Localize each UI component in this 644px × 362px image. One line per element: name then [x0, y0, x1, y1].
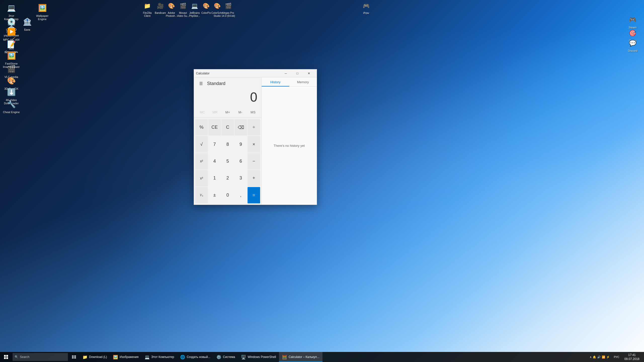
one-button[interactable]: 1	[208, 170, 221, 186]
photos-icon: 🖼️	[113, 355, 118, 359]
clock-date: 09.07.2018	[624, 357, 639, 361]
search-placeholder: Search	[20, 355, 29, 359]
sqrt-button[interactable]: √	[195, 136, 208, 152]
svg-rect-7	[74, 357, 76, 358]
svg-rect-1	[6, 355, 8, 357]
panel-tabs: History Memory	[262, 77, 317, 87]
language-label: РУС	[614, 355, 619, 358]
clear-entry-button[interactable]: CE	[208, 119, 221, 135]
explorer-icon: 📁	[83, 355, 88, 359]
taskbar-search[interactable]: 🔍 Search	[13, 353, 68, 361]
desktop-icon-cheat-engine[interactable]: 🔧 Cheat Engine	[1, 98, 21, 115]
memory-clear-button[interactable]: MC	[196, 108, 209, 117]
desktop-icon-vegas-pro[interactable]: 🎬 Vegas Pro14.0 (64-bit)	[219, 0, 238, 19]
seven-button[interactable]: 7	[208, 136, 221, 152]
two-button[interactable]: 2	[221, 170, 234, 186]
svg-rect-5	[74, 355, 76, 357]
taskbar-right: ∧ 🔔 🔊 📶 ⚡ РУС 17:41 09.07.2018	[588, 352, 644, 362]
app-label: Windows PowerShell	[248, 355, 276, 359]
task-view-button[interactable]	[68, 352, 79, 362]
five-button[interactable]: 5	[221, 153, 234, 169]
calculator-buttons: % CE C ⌫ ÷ √ 7 8 9 × x² 4 5 6 −	[194, 118, 261, 205]
taskbar-app-edge[interactable]: 🌐 Создать новый...	[177, 352, 213, 362]
calculator-display: 0	[194, 89, 261, 107]
app-label: Этот Компьютер	[151, 355, 174, 359]
svg-rect-3	[6, 357, 8, 359]
decimal-button[interactable]: ,	[234, 187, 247, 203]
calculator-main: ☰ Standard 0 MC MR M+ M- MS % CE	[194, 77, 261, 205]
calculator-header: ☰ Standard	[194, 77, 261, 89]
powershell-icon: 🖥️	[241, 355, 246, 359]
titlebar-controls: ─ □ ✕	[280, 69, 315, 77]
subtract-button[interactable]: −	[248, 153, 260, 169]
svg-rect-0	[4, 355, 6, 357]
calculator-titlebar: Calculator ─ □ ✕	[194, 69, 317, 77]
edge-icon: 🌐	[180, 355, 185, 359]
calculator-title: Calculator	[196, 72, 280, 75]
taskbar-app-calculator[interactable]: 🧮 Calculator – Калькул...	[279, 352, 322, 362]
taskbar-clock[interactable]: 17:41 09.07.2018	[621, 352, 642, 362]
equals-button[interactable]: =	[248, 187, 260, 203]
calculator-body: ☰ Standard 0 MC MR M+ M- MS % CE	[194, 77, 317, 205]
three-button[interactable]: 3	[234, 170, 247, 186]
system-icon: ⚙️	[216, 355, 221, 359]
backspace-button[interactable]: ⌫	[234, 119, 247, 135]
app-label: Изображения	[119, 355, 138, 359]
app-label: Создать новый...	[187, 355, 210, 359]
nine-button[interactable]: 9	[234, 136, 247, 152]
app-label: Calculator – Калькул...	[289, 355, 319, 359]
calculator-icon: 🧮	[282, 355, 287, 359]
add-button[interactable]: +	[248, 170, 260, 186]
close-button[interactable]: ✕	[303, 69, 315, 77]
multiply-button[interactable]: ×	[248, 136, 260, 152]
calculator-window: Calculator ─ □ ✕ ☰ Standard 0 MC	[194, 69, 317, 205]
svg-rect-6	[72, 357, 74, 358]
no-history-message: There's no history yet	[274, 144, 305, 148]
desktop-icon-games[interactable]: 🎮 Игры	[357, 0, 376, 16]
tray-network-icon: 📶	[602, 355, 605, 359]
cheat-engine-label: Cheat Engine	[2, 111, 20, 114]
taskbar-app-mycomputer[interactable]: 💻 Этот Компьютер	[142, 352, 177, 362]
reciprocal-button[interactable]: ¹⁄ₓ	[195, 187, 208, 203]
memory-plus-button[interactable]: M+	[221, 108, 234, 117]
app-label: Download (L)	[89, 355, 107, 359]
show-desktop-button[interactable]	[642, 352, 644, 362]
tray-expand-icon: ∧	[590, 355, 592, 359]
desktop-icon-discord[interactable]: 💬 Discord	[624, 37, 641, 53]
language-indicator[interactable]: РУС	[612, 352, 621, 362]
tray-power-icon: ⚡	[606, 355, 610, 359]
system-tray[interactable]: ∧ 🔔 🔊 📶 ⚡	[588, 352, 612, 362]
memory-tab[interactable]: Memory	[289, 77, 317, 86]
negate-button[interactable]: ±	[208, 187, 221, 203]
desktop: 💻 ЭтотКомпьютер 🖥️ Панельуправления 🧹 So…	[0, 0, 644, 362]
memory-minus-button[interactable]: M-	[234, 108, 247, 117]
divide-button[interactable]: ÷	[248, 119, 260, 135]
start-button[interactable]	[0, 352, 12, 362]
four-button[interactable]: 4	[208, 153, 221, 169]
six-button[interactable]: 6	[234, 153, 247, 169]
memory-recall-button[interactable]: MR	[209, 108, 221, 117]
clear-button[interactable]: C	[221, 119, 234, 135]
clock-time: 17:41	[628, 353, 636, 357]
eight-button[interactable]: 8	[221, 136, 234, 152]
taskbar: 🔍 Search 📁 Download (L) 🖼️ Изображения 💻…	[0, 352, 644, 362]
minimize-button[interactable]: ─	[280, 69, 292, 77]
app-label: Система	[223, 355, 235, 359]
search-icon: 🔍	[15, 355, 18, 359]
history-tab[interactable]: History	[262, 77, 289, 86]
calculator-memory-row: MC MR M+ M- MS	[194, 107, 261, 118]
zero-button[interactable]: 0	[221, 187, 234, 203]
taskbar-app-system[interactable]: ⚙️ Система	[213, 352, 238, 362]
taskbar-app-photos[interactable]: 🖼️ Изображения	[110, 352, 141, 362]
panel-content: There's no history yet	[262, 87, 317, 205]
percent-button[interactable]: %	[195, 119, 208, 135]
taskbar-app-explorer[interactable]: 📁 Download (L)	[79, 352, 110, 362]
svg-rect-4	[72, 355, 74, 357]
hamburger-menu-button[interactable]: ☰	[197, 79, 205, 87]
taskbar-app-powershell[interactable]: 🖥️ Windows PowerShell	[238, 352, 279, 362]
memory-store-button[interactable]: MS	[247, 108, 259, 117]
square-button[interactable]: x²	[195, 153, 208, 169]
maximize-button[interactable]: □	[292, 69, 303, 77]
cube-button[interactable]: x³	[195, 170, 208, 186]
mycomputer-icon: 💻	[145, 355, 150, 359]
